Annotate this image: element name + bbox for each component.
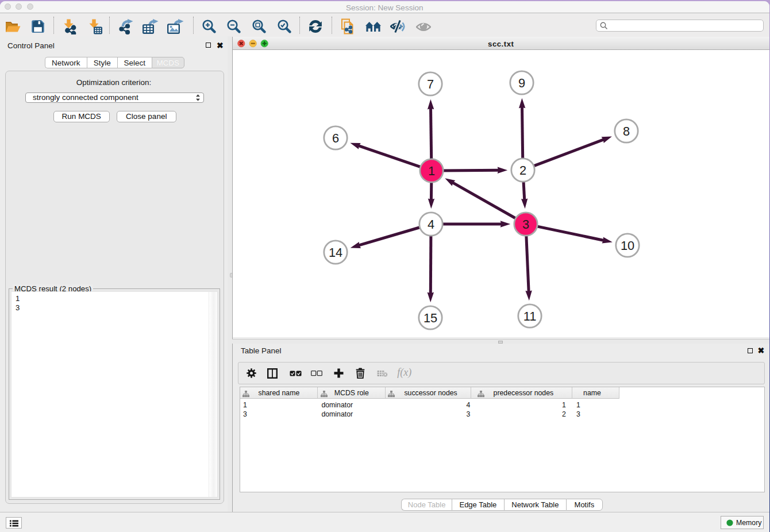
svg-text:9: 9 (518, 76, 525, 90)
svg-text:6: 6 (332, 131, 339, 145)
svg-text:15: 15 (424, 311, 437, 325)
svg-text:3: 3 (522, 217, 529, 232)
svg-text:10: 10 (621, 238, 634, 253)
svg-text:1: 1 (428, 164, 435, 178)
svg-text:11: 11 (523, 309, 537, 323)
svg-text:2: 2 (519, 163, 526, 178)
svg-text:14: 14 (329, 245, 342, 260)
svg-text:4: 4 (428, 217, 434, 232)
svg-text:8: 8 (623, 124, 630, 138)
svg-text:7: 7 (427, 77, 434, 91)
